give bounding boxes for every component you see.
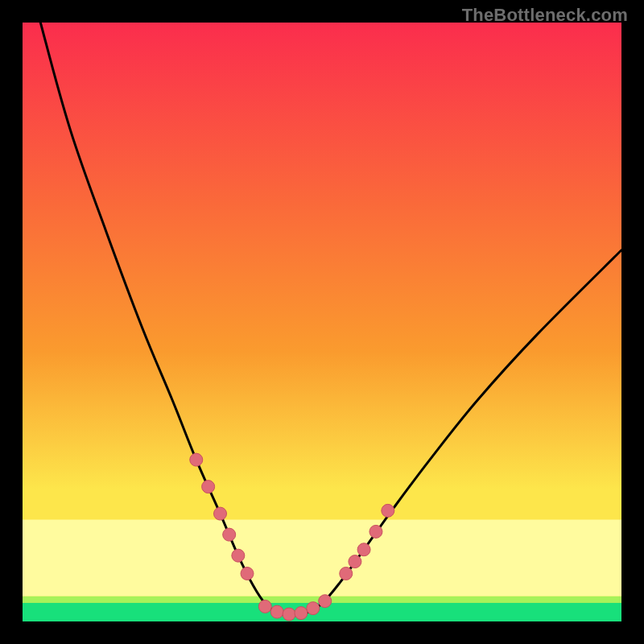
data-marker — [357, 543, 370, 556]
data-marker — [214, 507, 227, 520]
data-marker — [319, 595, 332, 608]
cream-band — [23, 520, 621, 597]
data-marker — [202, 481, 215, 493]
data-marker — [241, 567, 254, 580]
chart-wrapper: TheBottleneck.com — [0, 0, 644, 644]
data-marker — [349, 555, 361, 568]
data-marker — [369, 525, 382, 538]
data-marker — [223, 528, 236, 541]
data-marker — [258, 600, 271, 613]
watermark-text: TheBottleneck.com — [462, 5, 628, 26]
data-marker — [340, 567, 353, 580]
data-marker — [232, 549, 245, 562]
bottleneck-plot — [0, 0, 644, 644]
data-marker — [295, 607, 308, 620]
data-marker — [307, 602, 320, 615]
data-marker — [283, 608, 295, 621]
data-marker — [190, 453, 203, 466]
data-marker — [382, 504, 394, 517]
data-marker — [270, 605, 283, 618]
